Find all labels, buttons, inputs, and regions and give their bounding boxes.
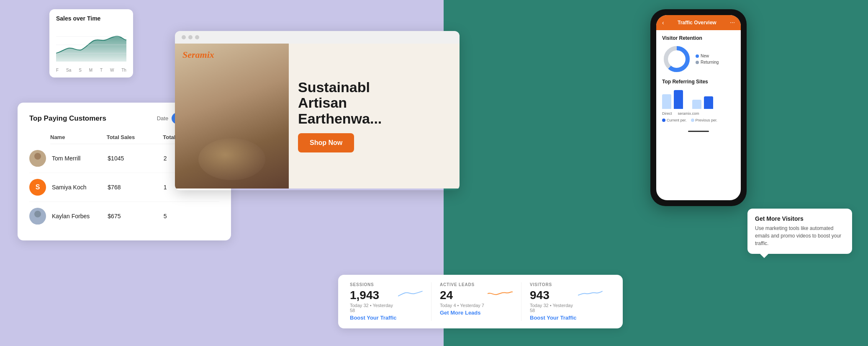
referring-labels: Direct seramix.com (662, 111, 735, 116)
phone-body: Visitor Retention New (656, 30, 741, 127)
referring-bars (662, 88, 735, 109)
table-row: Kaylan Forbes $675 5 (29, 202, 219, 230)
seramix-logo-container: Seramix (182, 49, 214, 60)
visitors-sub: Today 32 • Yesterday 58 (530, 303, 578, 313)
phone-header: ‹ Traffic Overview ⋯ (656, 15, 741, 30)
tooltip-card: Get More Visitors Use marketing tools li… (747, 209, 852, 254)
customer-sales: $768 (108, 184, 163, 191)
svg-point-6 (32, 219, 44, 225)
browser-bar (175, 31, 460, 44)
legend-returning-label: Returning (701, 60, 719, 65)
previous-period: Previous per. (691, 118, 718, 122)
bar-direct-curr (674, 90, 683, 109)
date-label: Date (157, 115, 168, 121)
current-period: Current per. (662, 118, 687, 122)
leads-sparkline (488, 289, 513, 299)
sales-chart (56, 26, 126, 64)
day-t: T (100, 68, 103, 72)
sales-card: Sales over Time F Sa S M T W Th (49, 9, 133, 77)
phone-wrapper: ‹ Traffic Overview ⋯ Visitor Retention (650, 9, 747, 206)
bar-direct-prev (662, 94, 671, 109)
analytics-bar: SESSIONS 1,943 Today 32 • Yesterday 58 B… (338, 275, 623, 328)
visitors-link[interactable]: Boost Your Traffic (530, 315, 578, 321)
analytics-sessions: SESSIONS 1,943 Today 32 • Yesterday 58 B… (350, 282, 431, 321)
sales-days: F Sa S M T W Th (56, 68, 126, 72)
label-seramix: seramix.com (678, 111, 699, 116)
browser-dot-green (195, 35, 199, 39)
shop-now-button[interactable]: Shop Now (298, 133, 354, 152)
bar-seramix-curr (704, 96, 713, 109)
sessions-label: SESSIONS (350, 282, 423, 287)
leads-link[interactable]: Get More Leads (440, 310, 484, 316)
day-m: M (89, 68, 92, 72)
visitors-sparkline (578, 289, 603, 299)
day-w: W (110, 68, 114, 72)
leads-value: 24 (440, 289, 484, 302)
bar-seramix-prev (692, 100, 701, 109)
svg-point-4 (32, 161, 44, 167)
customer-name: Tom Merrill (52, 155, 108, 162)
legend-dot-returning (696, 61, 699, 64)
period-legend: Current per. Previous per. (662, 118, 735, 122)
day-f: F (56, 68, 59, 72)
analytics-visitors: VISITORS 943 Today 32 • Yesterday 58 Boo… (521, 282, 611, 321)
sessions-sub: Today 32 • Yesterday 58 (350, 303, 398, 313)
avatar: S (29, 179, 46, 196)
col-sales: Total Sales (107, 134, 163, 140)
day-th: Th (121, 68, 126, 72)
customer-name: Samiya Koch (52, 184, 108, 191)
customer-info: Kaylan Forbes $675 5 (52, 213, 219, 219)
top-referring-title: Top Referring Sites (662, 79, 735, 85)
tooltip-arrow (760, 254, 768, 258)
visitors-label: VISITORS (530, 282, 603, 287)
legend-dot-new (696, 54, 699, 58)
leads-sub: Today 4 • Yesterday 7 (440, 303, 484, 308)
back-arrow[interactable]: ‹ (662, 19, 664, 26)
customer-name: Kaylan Forbes (52, 213, 108, 219)
browser-dot-red (182, 35, 186, 39)
seramix-right-panel: SustainablArtisanEarthenwa... Shop Now (289, 44, 460, 188)
seramix-headline: SustainablArtisanEarthenwa... (298, 80, 450, 127)
svg-point-3 (34, 153, 41, 160)
phone-screen: ‹ Traffic Overview ⋯ Visitor Retention (656, 15, 741, 200)
donut-legend: New Returning (696, 54, 719, 65)
sessions-link[interactable]: Boost Your Traffic (350, 315, 398, 321)
browser-content: Seramix SustainablArtisanEarthenwa... Sh… (175, 44, 460, 188)
sales-card-title: Sales over Time (56, 15, 126, 22)
browser-dot-yellow (188, 35, 193, 39)
sessions-sparkline (398, 289, 423, 299)
phone: ‹ Traffic Overview ⋯ Visitor Retention (650, 9, 747, 206)
sessions-value: 1,943 (350, 289, 398, 302)
donut-chart (662, 44, 691, 74)
col-name: Name (50, 134, 107, 140)
avatar (29, 150, 46, 167)
visitors-value: 943 (530, 289, 578, 302)
legend-new: New (696, 54, 719, 58)
analytics-leads: ACTIVE LEADS 24 Today 4 • Yesterday 7 Ge… (431, 282, 521, 321)
bowl-shape (198, 138, 265, 180)
day-sa: Sa (66, 68, 71, 72)
customer-orders: 5 (164, 213, 219, 219)
svg-point-5 (34, 211, 41, 217)
tooltip-text: Use marketing tools like automated email… (755, 225, 845, 247)
visitor-retention-title: Visitor Retention (662, 35, 735, 41)
customer-sales: $1045 (108, 155, 163, 162)
phone-title: Traffic Overview (678, 20, 716, 26)
legend-new-label: New (701, 54, 709, 58)
legend-returning: Returning (696, 60, 719, 65)
phone-home-indicator (688, 131, 709, 132)
browser-window: Seramix SustainablArtisanEarthenwa... Sh… (175, 31, 460, 190)
seramix-logo: Seramix (182, 49, 214, 60)
donut-row: New Returning (662, 44, 735, 74)
phone-menu-icon[interactable]: ⋯ (730, 20, 735, 26)
leads-label: ACTIVE LEADS (440, 282, 513, 287)
customer-sales: $675 (108, 213, 163, 219)
day-s: S (79, 68, 82, 72)
avatar (29, 208, 46, 225)
seramix-image: Seramix (175, 44, 289, 188)
tooltip-title: Get More Visitors (755, 215, 845, 222)
label-direct: Direct (662, 111, 672, 116)
customers-title: Top Paying Customers (29, 114, 106, 123)
